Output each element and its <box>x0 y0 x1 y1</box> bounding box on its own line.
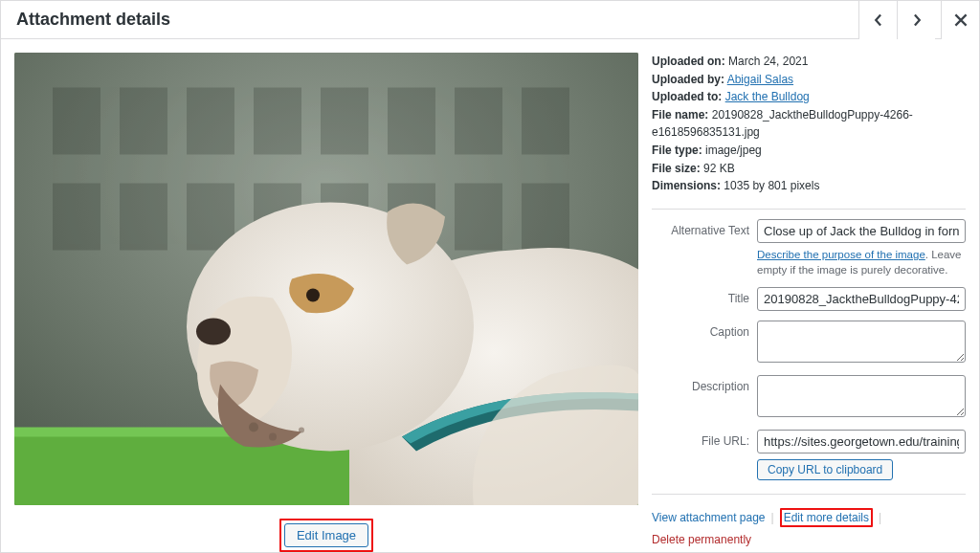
uploaded-to-link[interactable]: Jack the Bulldog <box>725 90 810 103</box>
alt-hint-link[interactable]: Describe the purpose of the image <box>757 249 925 260</box>
svg-rect-12 <box>120 184 167 251</box>
uploaded-on-label: Uploaded on: <box>652 55 725 68</box>
file-type-label: File type: <box>652 144 702 157</box>
chevron-right-icon <box>910 13 924 27</box>
attachment-image <box>14 53 638 505</box>
prev-button[interactable] <box>858 1 897 39</box>
dimensions-label: Dimensions: <box>652 179 721 192</box>
svg-point-21 <box>196 319 231 345</box>
description-label: Description <box>652 375 757 393</box>
svg-rect-8 <box>388 88 435 155</box>
chevron-left-icon <box>872 13 885 27</box>
copy-url-button[interactable]: Copy URL to clipboard <box>757 459 893 480</box>
edit-more-highlight: Edit more details <box>780 508 873 527</box>
svg-point-22 <box>249 423 258 432</box>
details-pane: Uploaded on: March 24, 2021 Uploaded by:… <box>652 39 979 552</box>
uploaded-to-label: Uploaded to: <box>652 90 722 103</box>
svg-rect-10 <box>522 88 569 155</box>
alt-text-input[interactable] <box>757 219 966 243</box>
svg-point-20 <box>306 289 320 302</box>
uploaded-by-label: Uploaded by: <box>652 73 724 86</box>
caption-input[interactable] <box>757 321 966 363</box>
svg-rect-9 <box>455 88 502 155</box>
uploaded-by-link[interactable]: Abigail Salas <box>727 73 793 86</box>
edit-more-link[interactable]: Edit more details <box>784 511 869 524</box>
edit-image-button[interactable]: Edit Image <box>284 523 368 547</box>
alt-text-label: Alternative Text <box>652 219 757 237</box>
svg-rect-6 <box>254 88 301 155</box>
svg-rect-11 <box>53 184 100 251</box>
file-name-label: File name: <box>652 108 708 122</box>
preview-pane: Edit Image <box>1 39 652 552</box>
svg-point-23 <box>269 433 277 441</box>
svg-rect-17 <box>455 184 502 251</box>
dimensions-value: 1035 by 801 pixels <box>724 179 819 192</box>
close-button[interactable] <box>941 1 979 39</box>
title-input[interactable] <box>757 287 966 311</box>
svg-rect-4 <box>120 88 167 155</box>
file-url-label: File URL: <box>652 430 757 448</box>
next-button[interactable] <box>897 1 935 39</box>
file-size-value: 92 KB <box>703 162 735 175</box>
modal-header: Attachment details <box>1 1 979 39</box>
close-icon <box>954 13 968 27</box>
action-links: View attachment page | Edit more details… <box>652 494 966 546</box>
delete-link[interactable]: Delete permanently <box>652 533 751 546</box>
uploaded-on-value: March 24, 2021 <box>728 55 808 68</box>
svg-rect-3 <box>53 88 100 155</box>
svg-rect-18 <box>522 184 569 251</box>
file-size-label: File size: <box>652 162 701 175</box>
modal-title: Attachment details <box>16 10 170 30</box>
svg-rect-5 <box>187 88 234 155</box>
view-attachment-link[interactable]: View attachment page <box>652 511 766 524</box>
title-label: Title <box>652 287 757 305</box>
caption-label: Caption <box>652 321 757 339</box>
meta-block: Uploaded on: March 24, 2021 Uploaded by:… <box>652 53 966 210</box>
description-input[interactable] <box>757 375 966 417</box>
svg-rect-7 <box>321 88 368 155</box>
file-type-value: image/jpeg <box>705 144 762 157</box>
file-url-input[interactable] <box>757 430 966 453</box>
edit-image-highlight: Edit Image <box>279 519 373 552</box>
svg-point-24 <box>299 428 304 433</box>
alt-text-hint: Describe the purpose of the image. Leave… <box>757 247 966 277</box>
